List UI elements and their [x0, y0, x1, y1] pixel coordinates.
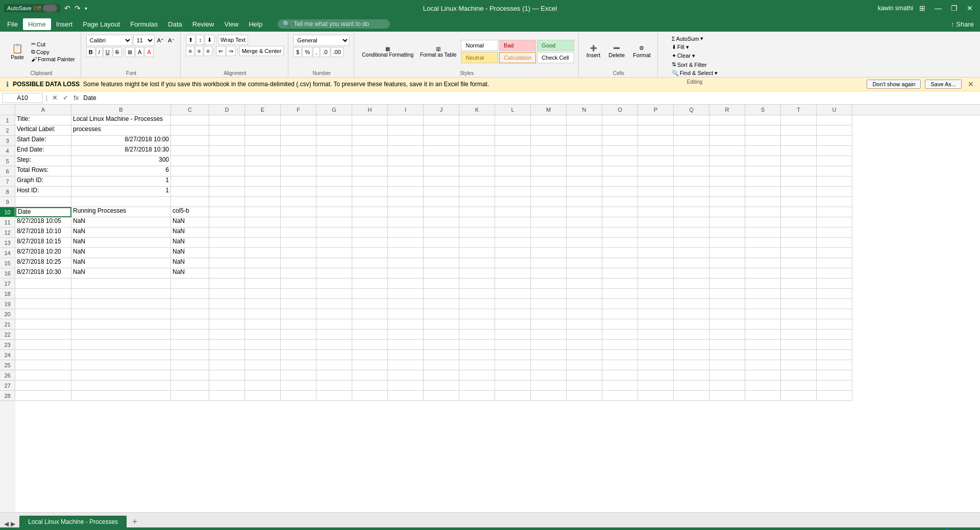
cell-B18[interactable]	[71, 289, 171, 299]
cell-E17[interactable]	[245, 279, 281, 289]
cell-A16[interactable]: 8/27/2018 10:30	[15, 268, 71, 279]
cell-B23[interactable]	[71, 340, 171, 350]
cell-T28[interactable]	[781, 391, 817, 401]
cell-D19[interactable]	[209, 299, 245, 309]
cell-A20[interactable]	[15, 309, 71, 319]
cell-K25[interactable]	[459, 360, 495, 370]
cell-P7[interactable]	[638, 176, 674, 187]
align-center-btn[interactable]: ≡	[195, 46, 203, 56]
cell-M12[interactable]	[531, 228, 567, 238]
cell-U4[interactable]	[817, 146, 852, 156]
cell-H4[interactable]	[352, 146, 388, 156]
cell-U19[interactable]	[817, 299, 852, 309]
decrease-decimal-btn[interactable]: .00	[331, 47, 344, 57]
cell-I27[interactable]	[388, 381, 424, 391]
cell-M28[interactable]	[531, 391, 567, 401]
col-header-T[interactable]: T	[781, 105, 817, 115]
cell-Q20[interactable]	[674, 309, 709, 319]
cell-L11[interactable]	[495, 217, 531, 228]
cell-T18[interactable]	[781, 289, 817, 299]
cell-B24[interactable]	[71, 350, 171, 360]
cell-H7[interactable]	[352, 176, 388, 187]
cell-Q19[interactable]	[674, 299, 709, 309]
style-good[interactable]: Good	[537, 40, 574, 51]
cell-M9[interactable]	[531, 197, 567, 207]
cell-K6[interactable]	[459, 166, 495, 176]
cell-D16[interactable]	[209, 268, 245, 279]
cell-R2[interactable]	[709, 125, 745, 136]
cell-D24[interactable]	[209, 350, 245, 360]
cell-U3[interactable]	[817, 136, 852, 146]
indent-increase-btn[interactable]: ⇒	[226, 46, 236, 56]
cell-D22[interactable]	[209, 330, 245, 340]
row-header-3[interactable]: 3	[0, 136, 15, 146]
row-header-6[interactable]: 6	[0, 166, 15, 176]
cell-C6[interactable]	[171, 166, 209, 176]
cell-J4[interactable]	[424, 146, 459, 156]
cell-J14[interactable]	[424, 248, 459, 258]
cell-N14[interactable]	[567, 248, 602, 258]
row-header-15[interactable]: 15	[0, 258, 15, 268]
cell-T23[interactable]	[781, 340, 817, 350]
menu-data[interactable]: Data	[163, 18, 187, 30]
cell-S1[interactable]	[745, 115, 781, 125]
cell-B5[interactable]: 300	[71, 156, 171, 166]
cell-R12[interactable]	[709, 228, 745, 238]
cell-I25[interactable]	[388, 360, 424, 370]
cell-F15[interactable]	[281, 258, 316, 268]
save-as-btn[interactable]: Save As...	[925, 80, 962, 89]
cell-D4[interactable]	[209, 146, 245, 156]
cell-F4[interactable]	[281, 146, 316, 156]
cell-S4[interactable]	[745, 146, 781, 156]
autosave-toggle[interactable]	[43, 5, 57, 12]
cell-N1[interactable]	[567, 115, 602, 125]
cell-P26[interactable]	[638, 370, 674, 381]
scroll-sheet-right[interactable]: ▶	[11, 520, 15, 527]
cell-K19[interactable]	[459, 299, 495, 309]
cell-E20[interactable]	[245, 309, 281, 319]
row-header-22[interactable]: 22	[0, 330, 15, 340]
cell-U11[interactable]	[817, 217, 852, 228]
col-header-G[interactable]: G	[316, 105, 352, 115]
cell-N16[interactable]	[567, 268, 602, 279]
col-header-H[interactable]: H	[352, 105, 388, 115]
increase-decimal-btn[interactable]: .0	[320, 47, 330, 57]
cell-U15[interactable]	[817, 258, 852, 268]
cell-D11[interactable]	[209, 217, 245, 228]
cell-G18[interactable]	[316, 289, 352, 299]
cell-Q6[interactable]	[674, 166, 709, 176]
cell-D1[interactable]	[209, 115, 245, 125]
cell-O28[interactable]	[602, 391, 638, 401]
cell-L18[interactable]	[495, 289, 531, 299]
search-box[interactable]: 🔍 Tell me what you want to do	[278, 19, 390, 29]
cell-U23[interactable]	[817, 340, 852, 350]
cell-D28[interactable]	[209, 391, 245, 401]
cell-J23[interactable]	[424, 340, 459, 350]
cell-N8[interactable]	[567, 187, 602, 197]
cell-L12[interactable]	[495, 228, 531, 238]
cell-B11[interactable]: NaN	[71, 217, 171, 228]
cell-J1[interactable]	[424, 115, 459, 125]
cell-U20[interactable]	[817, 309, 852, 319]
cell-O4[interactable]	[602, 146, 638, 156]
row-header-27[interactable]: 27	[0, 381, 15, 391]
fill-btn[interactable]: ⬇ Fill ▾	[670, 43, 691, 51]
cell-F22[interactable]	[281, 330, 316, 340]
cell-A8[interactable]: Host ID:	[15, 187, 71, 197]
cell-H16[interactable]	[352, 268, 388, 279]
cell-C28[interactable]	[171, 391, 209, 401]
cell-H14[interactable]	[352, 248, 388, 258]
col-header-K[interactable]: K	[459, 105, 495, 115]
cell-N19[interactable]	[567, 299, 602, 309]
cell-N23[interactable]	[567, 340, 602, 350]
cell-J27[interactable]	[424, 381, 459, 391]
cell-U12[interactable]	[817, 228, 852, 238]
cell-N7[interactable]	[567, 176, 602, 187]
cell-U21[interactable]	[817, 319, 852, 330]
row-header-16[interactable]: 16	[0, 268, 15, 279]
font-color-button[interactable]: A	[144, 47, 153, 57]
conditional-formatting-btn[interactable]: ▦ Conditional Formatting	[359, 44, 416, 59]
cell-J16[interactable]	[424, 268, 459, 279]
cell-R8[interactable]	[709, 187, 745, 197]
cell-H6[interactable]	[352, 166, 388, 176]
